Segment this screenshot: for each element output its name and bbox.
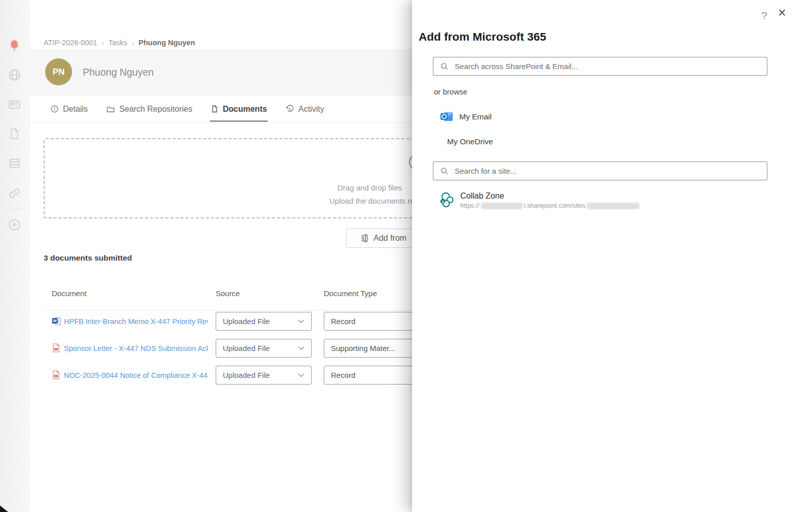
office-icon	[360, 234, 369, 243]
avatar-initials: PN	[53, 67, 65, 77]
site-searchbox	[433, 162, 767, 180]
sharepoint-icon: S	[439, 191, 455, 208]
svg-text:PDF: PDF	[54, 375, 58, 377]
my-onedrive-label: My OneDrive	[447, 137, 493, 146]
sharepoint-email-searchbox	[433, 57, 767, 76]
column-header-document: Document	[52, 289, 86, 298]
search-input[interactable]	[454, 61, 767, 71]
outlook-icon	[440, 110, 454, 123]
tab-label: Details	[63, 105, 88, 114]
folder-icon	[106, 105, 115, 114]
id-card-icon[interactable]	[7, 97, 22, 112]
site-name: Collab Zone	[460, 191, 504, 200]
search-icon	[440, 167, 449, 175]
tab-label: Activity	[298, 105, 324, 114]
app-window: ATIP-2026-0001 › Tasks › Phuong Nguyen P…	[0, 0, 812, 512]
my-onedrive-item[interactable]: My OneDrive	[447, 137, 493, 146]
svg-text:S: S	[442, 200, 445, 204]
source-select[interactable]: Uploaded File	[216, 366, 312, 385]
chevron-down-icon	[298, 319, 304, 324]
document-link[interactable]: Sponsor Letter - X-447 NDS Submission Ac…	[64, 339, 208, 358]
dropzone-line1: Drag and drop files	[337, 183, 402, 192]
source-select[interactable]: Uploaded File	[216, 339, 312, 358]
active-tab-underline	[210, 120, 268, 122]
tab-activity[interactable]: Activity	[285, 95, 324, 122]
info-icon	[50, 105, 59, 113]
site-url: https:// l.sharepoint.com/sites	[460, 202, 639, 209]
breadcrumb-current: Phuong Nguyen	[139, 39, 195, 47]
my-email-item[interactable]: My Email	[440, 110, 492, 123]
table-icon[interactable]	[7, 156, 22, 171]
redacted-url-segment	[587, 203, 639, 209]
pdf-file-icon: PDF	[51, 343, 61, 355]
breadcrumb-tasks-link[interactable]: Tasks	[109, 39, 127, 47]
history-icon	[285, 105, 294, 114]
page-title: Phuong Nguyen	[83, 49, 154, 95]
doctype-value: Record	[331, 371, 355, 379]
source-select[interactable]: Uploaded File	[216, 312, 312, 331]
breadcrumb-separator: ›	[132, 39, 134, 47]
breadcrumb-separator: ›	[101, 39, 104, 47]
tab-label: Documents	[223, 105, 267, 114]
column-header-doctype: Document Type	[324, 289, 377, 298]
documents-count: 3 documents submitted	[44, 253, 132, 263]
tab-documents[interactable]: Documents	[211, 95, 267, 122]
plus-circle-icon[interactable]	[7, 217, 22, 232]
globe-icon[interactable]	[7, 68, 22, 82]
or-browse-label: or browse	[434, 87, 467, 96]
add-from-label: Add from	[374, 234, 407, 243]
panel-title: Add from Microsoft 365	[419, 30, 546, 44]
source-value: Uploaded File	[223, 344, 270, 353]
my-email-label: My Email	[459, 112, 492, 121]
document-link[interactable]: HPFB Inter-Branch Memo X-447 Priority Re…	[64, 312, 208, 331]
doctype-value: Record	[331, 317, 355, 326]
word-file-icon: W	[51, 316, 61, 328]
chevron-down-icon	[298, 346, 304, 350]
avatar: PN	[45, 58, 72, 85]
tab-label: Search Repositories	[119, 105, 192, 114]
chevron-down-icon	[298, 373, 304, 377]
doctype-value: Supporting Mater...	[331, 344, 395, 353]
close-icon[interactable]: ×	[778, 6, 786, 20]
source-value: Uploaded File	[223, 371, 270, 379]
site-url-prefix: https://	[460, 202, 480, 209]
svg-text:W: W	[53, 318, 57, 323]
svg-text:PDF: PDF	[54, 348, 58, 350]
breadcrumb-case-link[interactable]: ATIP-2026-0001	[44, 39, 97, 47]
dropzone-line2: Upload the documents req	[329, 197, 419, 205]
link-icon[interactable]	[7, 186, 22, 201]
search-icon	[440, 62, 449, 71]
tab-bar: Details Search Repositories Documents Ac…	[50, 95, 324, 122]
pdf-file-icon: PDF	[51, 370, 61, 382]
column-header-source: Source	[216, 289, 240, 298]
document-icon[interactable]	[7, 126, 22, 141]
source-value: Uploaded File	[223, 317, 270, 326]
rail-divider	[5, 209, 24, 209]
page-icon	[211, 105, 219, 113]
left-nav-rail	[0, 0, 29, 512]
tab-search-repositories[interactable]: Search Repositories	[106, 95, 192, 122]
site-result-item[interactable]: S Collab Zone https:// l.sharepoint.com/…	[439, 191, 639, 209]
help-icon[interactable]: ?	[761, 10, 767, 22]
site-search-input[interactable]	[454, 166, 767, 176]
site-url-mid: l.sharepoint.com/sites	[524, 202, 586, 209]
add-from-m365-panel: ? × Add from Microsoft 365 or browse My …	[412, 0, 812, 512]
redacted-url-segment	[481, 203, 523, 209]
tab-details[interactable]: Details	[50, 95, 88, 122]
breadcrumb: ATIP-2026-0001 › Tasks › Phuong Nguyen	[44, 39, 195, 47]
maple-leaf-icon[interactable]	[7, 38, 22, 52]
document-link[interactable]: NOC-2025-0044 Notice of Compliance X-447	[64, 366, 208, 385]
